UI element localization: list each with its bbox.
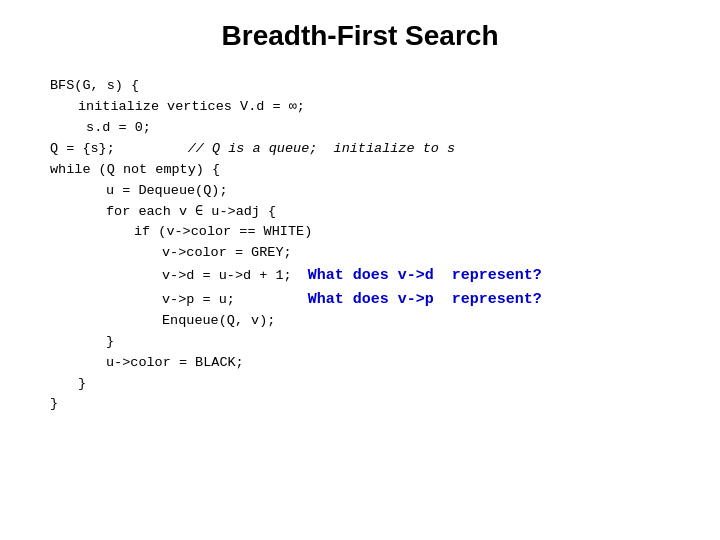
page-title: Breadth-First Search [40, 20, 680, 52]
code-line-15: u->color = BLACK; [50, 353, 680, 374]
code-line-7: for each v ∈ u->adj { [50, 202, 680, 223]
code-block: BFS(G, s) { initialize vertices V.d = ∞;… [50, 76, 680, 415]
code-line-12: v->p = u; What does v->p represent? [50, 288, 680, 311]
code-line-8: if (v->color == WHITE) [50, 222, 680, 243]
code-line-16: } [50, 374, 680, 395]
code-line-1: BFS(G, s) { [50, 76, 680, 97]
code-line-3: s.d = 0; [50, 118, 680, 139]
code-line-17: } [50, 394, 680, 415]
code-line-9: v->color = GREY; [50, 243, 680, 264]
code-line-14: } [50, 332, 680, 353]
code-line-11: v->d = u->d + 1; What does v->d represen… [50, 264, 680, 287]
code-line-13: Enqueue(Q, v); [50, 311, 680, 332]
code-line-6: u = Dequeue(Q); [50, 181, 680, 202]
code-line-4: Q = {s}; // Q is a queue; initialize to … [50, 139, 680, 160]
code-line-5: while (Q not empty) { [50, 160, 680, 181]
page: Breadth-First Search BFS(G, s) { initial… [0, 0, 720, 540]
code-line-2: initialize vertices V.d = ∞; [50, 97, 680, 118]
